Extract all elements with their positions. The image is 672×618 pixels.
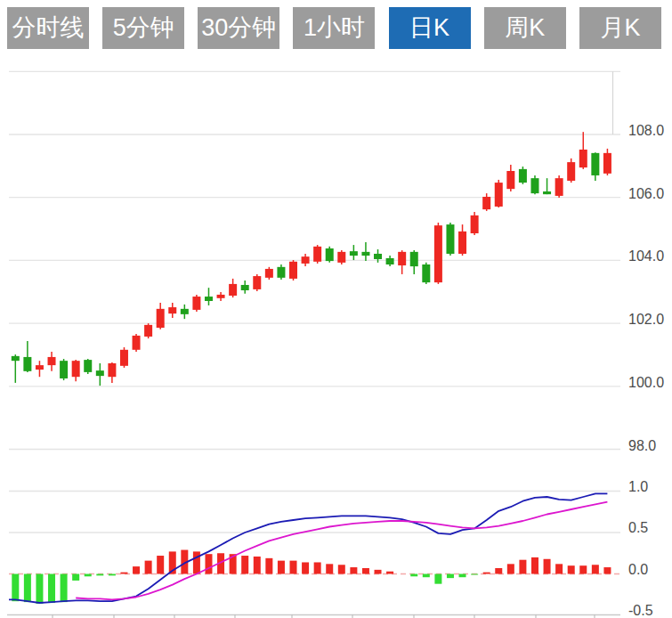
candle-body (36, 365, 44, 370)
candle-body (374, 254, 382, 259)
macd-hist-bar (592, 565, 599, 573)
candle-body (386, 258, 394, 264)
candle-body (72, 361, 80, 377)
price-axis-label: 98.0 (628, 438, 656, 453)
candle-body (229, 284, 237, 296)
macd-hist-bar (568, 565, 575, 573)
candle-body (555, 178, 563, 196)
candle-body (48, 357, 56, 365)
macd-hist-bar (120, 573, 127, 574)
macd-hist-bar (471, 574, 478, 575)
candle-body (157, 309, 165, 328)
tab-周K[interactable]: 周K (484, 7, 566, 49)
candle-body (133, 336, 141, 350)
macd-hist-bar (375, 570, 382, 574)
candle-body (60, 361, 68, 378)
tab-1小时[interactable]: 1小时 (293, 7, 375, 49)
candle-body (84, 360, 92, 372)
candle-body (422, 264, 430, 282)
candle-body (591, 153, 599, 175)
macd-hist-bar (544, 559, 551, 574)
price-axis-label: 102.0 (628, 312, 664, 327)
macd-hist-bar (72, 574, 79, 581)
macd-hist-bar (338, 565, 345, 573)
macd-hist-bar (241, 556, 248, 573)
macd-hist-bar (145, 561, 152, 574)
macd-hist-bar (423, 574, 430, 578)
macd-hist-bar (531, 557, 538, 574)
macd-hist-bar (386, 572, 393, 574)
candle-body (398, 252, 406, 265)
macd-hist-bar (109, 574, 116, 576)
macd-axis-label: 1.0 (628, 479, 648, 494)
macd-hist-bar (265, 558, 272, 574)
tab-日K[interactable]: 日K (389, 7, 471, 49)
tab-分时线[interactable]: 分时线 (7, 7, 89, 49)
candle-body (302, 256, 310, 264)
macd-hist-bar (314, 562, 321, 573)
candle-body (217, 295, 225, 298)
tab-月K[interactable]: 月K (579, 7, 661, 49)
candle-body (495, 183, 503, 207)
candle-body (446, 224, 454, 254)
candle-body (205, 297, 213, 301)
candle-body (603, 153, 611, 174)
candle-body (241, 285, 249, 290)
candle-body (579, 150, 587, 167)
macd-axis-label: 0.5 (628, 520, 648, 535)
candle-body (458, 232, 466, 254)
macd-hist-bar (483, 573, 490, 574)
macd-hist-bar (519, 560, 526, 574)
macd-hist-bar (48, 574, 55, 604)
candle-body (181, 309, 189, 314)
candle-body (326, 248, 334, 261)
tab-30分钟[interactable]: 30分钟 (198, 7, 279, 49)
candle-body (96, 370, 104, 376)
candle-body (23, 357, 31, 371)
macd-axis-label: 0.0 (628, 562, 648, 577)
macd-gridlines (9, 492, 620, 533)
candle-body (108, 363, 116, 377)
macd-hist-bar (254, 557, 261, 574)
macd-hist-bar (61, 574, 68, 603)
candle-body (506, 171, 514, 189)
macd-hist-bar (133, 566, 140, 573)
kline-app: 108.0106.0104.0102.0100.098.01.00.50.0-0… (0, 0, 672, 618)
candle-body (192, 297, 200, 310)
macd-hist-bar (362, 568, 369, 574)
macd-hist-bar (507, 564, 514, 573)
macd-hist-bar (290, 561, 297, 574)
price-axis-label: 104.0 (628, 248, 664, 264)
macd-hist-bar (350, 567, 357, 573)
macd-hist-bar (205, 554, 212, 573)
macd-hist-bar (434, 574, 441, 584)
kline-chart-canvas[interactable]: 108.0106.0104.0102.0100.098.01.00.50.0-0… (0, 0, 672, 618)
candle-body (168, 307, 176, 313)
candle-body (120, 350, 128, 366)
macd-hist-bar (96, 574, 103, 576)
candle-body (253, 276, 261, 289)
macd-hist-bar (459, 574, 466, 578)
macd-hist-bar (157, 556, 164, 573)
macd-hist-bar (24, 574, 31, 603)
candles (12, 132, 611, 386)
price-axis-label: 106.0 (628, 186, 664, 201)
candle-body (567, 162, 575, 181)
candle-body (471, 215, 479, 233)
candle-body (265, 269, 273, 278)
macd-hist-bar (603, 567, 611, 573)
macd-hist-bar (278, 561, 285, 574)
macd-hist-bar (85, 574, 92, 577)
candle-body (434, 225, 442, 282)
candle-body (277, 267, 285, 278)
macd-hist-bar (12, 574, 19, 602)
macd-hist-bar (579, 565, 587, 573)
macd-hist-bar (193, 551, 200, 573)
macd-hist-bar (302, 562, 309, 573)
macd-dif-line (9, 493, 607, 603)
candle-body (361, 252, 369, 256)
macd-hist-bar (326, 564, 333, 573)
price-axis-label: 108.0 (628, 123, 664, 138)
macd-hist-bar (410, 574, 417, 577)
tab-5分钟[interactable]: 5分钟 (102, 7, 184, 49)
